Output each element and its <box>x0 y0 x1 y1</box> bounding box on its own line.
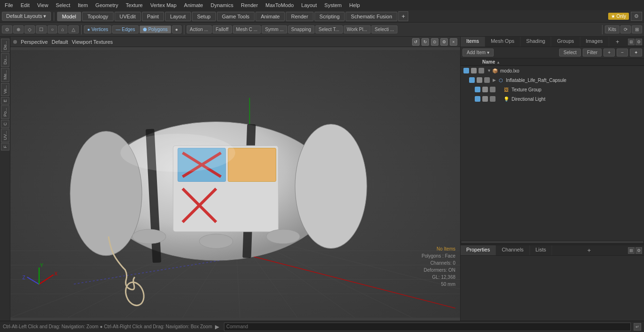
tool-icon-7[interactable]: △ <box>68 25 79 33</box>
panel-tab-meshops[interactable]: Mesh Ops <box>485 37 520 47</box>
tree-item-light[interactable]: 💡 Directional Light <box>472 94 644 104</box>
tool-icon-3[interactable]: ◇ <box>25 25 35 33</box>
tool-polygons[interactable]: ⬟ Polygons <box>140 25 171 33</box>
vp-ctrl-close[interactable]: × <box>450 38 457 46</box>
panel-expand-icon[interactable]: ⊞ <box>628 39 635 45</box>
tab-schematic[interactable]: Schematic Fusion <box>346 12 397 21</box>
menu-system[interactable]: System <box>322 1 345 9</box>
tool-icon-5[interactable]: ○ <box>48 25 57 33</box>
tree-item-modolxo[interactable]: ▼ 📦 modo.lxo <box>461 66 644 75</box>
tool-action[interactable]: Action ... <box>187 25 212 33</box>
add-tab-button[interactable]: + <box>398 11 409 21</box>
tab-model[interactable]: Model <box>57 12 82 21</box>
menu-view[interactable]: View <box>34 1 51 9</box>
side-tab-mes[interactable]: Me... <box>1 68 9 82</box>
tab-gametools[interactable]: Game Tools <box>217 12 255 21</box>
viewport-canvas[interactable]: Z X Y No Items Polygons : Face Channels:… <box>10 47 460 321</box>
tab-animate[interactable]: Animate <box>256 12 285 21</box>
panel-settings-icon[interactable]: ⚙ <box>636 39 642 45</box>
tool-icon-1[interactable]: ⊙ <box>2 25 12 33</box>
vp-ctrl-gear[interactable]: ⚙ <box>440 38 448 46</box>
menu-vertexmap[interactable]: Vertex Map <box>148 1 180 9</box>
menu-file[interactable]: File <box>2 1 16 9</box>
items-special-icon[interactable]: ✦ <box>630 49 642 57</box>
items-add-icon[interactable]: + <box>603 49 615 57</box>
vp-ctrl-redo[interactable]: ↻ <box>421 38 429 46</box>
menu-texture[interactable]: Texture <box>123 1 146 9</box>
tool-selecti[interactable]: Selecti ... <box>372 25 397 33</box>
tab-uvedit[interactable]: UVEdit <box>115 12 141 21</box>
side-tab-dup[interactable]: Du... <box>1 53 9 67</box>
tool-falloff[interactable]: Falloff <box>213 25 232 33</box>
tool-workpl[interactable]: Work Pl... <box>344 25 371 33</box>
menu-help[interactable]: Help <box>347 1 363 9</box>
tab-layout[interactable]: Layout <box>165 12 191 21</box>
panel-tab-groups[interactable]: Groups <box>551 37 580 47</box>
command-enter-button[interactable]: ↵ <box>634 323 641 331</box>
menu-render[interactable]: Render <box>238 1 261 9</box>
tab-render[interactable]: Render <box>286 12 313 21</box>
tab-paint[interactable]: Paint <box>142 12 164 21</box>
side-tab-c[interactable]: C <box>1 120 9 128</box>
side-tab-e[interactable]: E <box>1 97 9 105</box>
panel-tab-shading[interactable]: Shading <box>520 37 551 47</box>
tool-icon-4[interactable]: ☐ <box>36 25 47 33</box>
tab-scripting[interactable]: Scripting <box>314 12 345 21</box>
panel-tab-images[interactable]: Images <box>580 37 609 47</box>
tool-vertices[interactable]: ● Vertices <box>84 25 111 33</box>
tree-item-capsule[interactable]: ▶ ⬡ Inflatable_Life_Raft_Capsule <box>466 75 644 85</box>
menu-select[interactable]: Select <box>53 1 73 9</box>
side-tab-def[interactable]: De... <box>1 39 9 52</box>
command-input-container[interactable] <box>224 323 631 331</box>
tool-edges[interactable]: — Edges <box>112 25 138 33</box>
expand-1[interactable]: ▼ <box>487 68 492 73</box>
side-tab-pol[interactable]: Po... <box>1 105 9 119</box>
prop-tab-lists[interactable]: Lists <box>530 245 553 255</box>
prop-settings-icon[interactable]: ⚙ <box>636 247 642 254</box>
settings-icon[interactable]: ⚙ <box>631 12 642 21</box>
tool-icon-2[interactable]: ⊕ <box>13 25 24 33</box>
tool-symm[interactable]: Symm ... <box>262 25 287 33</box>
tool-component[interactable]: ● <box>172 25 182 33</box>
prop-tab-properties[interactable]: Properties <box>461 245 496 255</box>
tool-kits[interactable]: Kits <box>605 25 619 33</box>
prop-tab-add[interactable]: + <box>584 245 595 255</box>
menu-geometry[interactable]: Geometry <box>92 1 121 9</box>
side-tab-vert[interactable]: Ve... <box>1 83 9 96</box>
vp-ctrl-center[interactable]: ⊙ <box>431 38 438 46</box>
menu-dynamics[interactable]: Dynamics <box>208 1 236 9</box>
tool-icon-6[interactable]: ⌂ <box>58 25 67 33</box>
filter-button[interactable]: Filter <box>583 49 602 57</box>
side-tab-f[interactable]: F <box>1 143 9 151</box>
layout-dropdown[interactable]: Default Layouts ▾ <box>2 12 51 21</box>
expand-2[interactable]: ▶ <box>493 78 497 82</box>
prop-expand-icon[interactable]: ⊞ <box>628 247 635 254</box>
header-name[interactable]: Name ▲ <box>482 59 641 65</box>
viewport-default[interactable]: Default <box>51 39 68 45</box>
select-button[interactable]: Select <box>559 49 581 57</box>
tool-mesh[interactable]: Mesh C ... <box>233 25 261 33</box>
tab-topology[interactable]: Topology <box>82 12 113 21</box>
add-item-button[interactable]: Add Item ▾ <box>462 49 494 57</box>
panel-tab-add[interactable]: + <box>612 37 623 47</box>
menu-edit[interactable]: Edit <box>18 1 33 9</box>
command-input[interactable] <box>226 324 628 329</box>
viewport-perspective[interactable]: Perspective <box>21 39 48 45</box>
tool-snapping[interactable]: Snapping <box>288 25 314 33</box>
prop-tab-channels[interactable]: Channels <box>496 245 529 255</box>
items-remove-icon[interactable]: − <box>617 49 628 57</box>
panel-tab-items[interactable]: Items <box>461 37 485 47</box>
tool-refresh[interactable]: ⟳ <box>620 25 631 33</box>
viewport-textures[interactable]: Viewport Textures <box>72 39 113 45</box>
bottom-arrow[interactable]: ▶ <box>215 324 219 330</box>
menu-animate[interactable]: Animate <box>181 1 206 9</box>
side-tab-uv[interactable]: UV... <box>1 129 9 142</box>
tree-item-texture[interactable]: 🖼 Texture Group <box>472 85 644 94</box>
tool-selectt[interactable]: Select T... <box>315 25 343 33</box>
menu-layout[interactable]: Layout <box>298 1 320 9</box>
tool-grid[interactable]: ⊞ <box>632 25 642 33</box>
menu-item[interactable]: Item <box>75 1 91 9</box>
vp-ctrl-reset[interactable]: ↺ <box>412 38 420 46</box>
tab-setup[interactable]: Setup <box>192 12 216 21</box>
menu-maxtomodo[interactable]: MaxToModo <box>263 1 297 9</box>
